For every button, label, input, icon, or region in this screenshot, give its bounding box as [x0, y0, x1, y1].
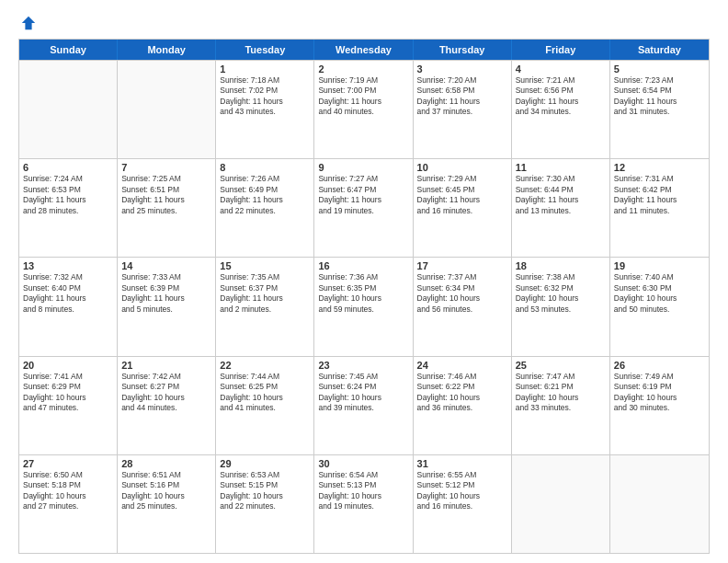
day-cell-16: 16Sunrise: 7:36 AM Sunset: 6:35 PM Dayli… — [314, 258, 413, 355]
day-info: Sunrise: 7:21 AM Sunset: 6:56 PM Dayligh… — [516, 75, 606, 118]
header — [18, 15, 710, 31]
day-cell-20: 20Sunrise: 7:41 AM Sunset: 6:29 PM Dayli… — [19, 357, 118, 454]
day-cell-23: 23Sunrise: 7:45 AM Sunset: 6:24 PM Dayli… — [314, 357, 413, 454]
day-info: Sunrise: 6:54 AM Sunset: 5:13 PM Dayligh… — [318, 470, 408, 512]
day-number: 8 — [220, 162, 310, 173]
day-number: 13 — [23, 260, 113, 271]
day-number: 21 — [121, 360, 211, 371]
day-info: Sunrise: 7:38 AM Sunset: 6:32 PM Dayligh… — [516, 272, 606, 315]
day-number: 24 — [417, 360, 507, 371]
day-info: Sunrise: 7:31 AM Sunset: 6:42 PM Dayligh… — [614, 174, 705, 216]
day-cell-22: 22Sunrise: 7:44 AM Sunset: 6:25 PM Dayli… — [216, 357, 314, 454]
day-info: Sunrise: 7:45 AM Sunset: 6:24 PM Dayligh… — [318, 372, 408, 414]
day-cell-5: 5Sunrise: 7:23 AM Sunset: 6:54 PM Daylig… — [610, 61, 709, 158]
calendar-week-2: 6Sunrise: 7:24 AM Sunset: 6:53 PM Daylig… — [19, 158, 709, 257]
day-number: 18 — [516, 260, 606, 271]
day-number: 25 — [516, 360, 606, 371]
header-day-sunday: Sunday — [19, 40, 118, 60]
day-info: Sunrise: 7:33 AM Sunset: 6:39 PM Dayligh… — [121, 272, 211, 315]
day-cell-29: 29Sunrise: 6:53 AM Sunset: 5:15 PM Dayli… — [216, 455, 314, 553]
day-cell-28: 28Sunrise: 6:51 AM Sunset: 5:16 PM Dayli… — [118, 455, 216, 553]
day-info: Sunrise: 7:36 AM Sunset: 6:35 PM Dayligh… — [318, 272, 408, 315]
calendar-week-4: 20Sunrise: 7:41 AM Sunset: 6:29 PM Dayli… — [19, 356, 709, 454]
calendar-week-3: 13Sunrise: 7:32 AM Sunset: 6:40 PM Dayli… — [19, 257, 709, 355]
day-info: Sunrise: 7:32 AM Sunset: 6:40 PM Dayligh… — [23, 272, 113, 315]
day-number: 6 — [23, 162, 113, 173]
day-cell-9: 9Sunrise: 7:27 AM Sunset: 6:47 PM Daylig… — [314, 159, 413, 257]
day-info: Sunrise: 7:19 AM Sunset: 7:00 PM Dayligh… — [318, 75, 408, 118]
day-cell-19: 19Sunrise: 7:40 AM Sunset: 6:30 PM Dayli… — [610, 258, 709, 355]
day-number: 28 — [121, 458, 211, 469]
day-cell-7: 7Sunrise: 7:25 AM Sunset: 6:51 PM Daylig… — [118, 159, 216, 257]
header-day-tuesday: Tuesday — [216, 40, 314, 60]
day-cell-26: 26Sunrise: 7:49 AM Sunset: 6:19 PM Dayli… — [610, 357, 709, 454]
header-day-wednesday: Wednesday — [314, 40, 413, 60]
logo — [18, 15, 37, 31]
day-info: Sunrise: 7:47 AM Sunset: 6:21 PM Dayligh… — [516, 372, 606, 414]
calendar: SundayMondayTuesdayWednesdayThursdayFrid… — [18, 39, 710, 554]
calendar-week-1: 1Sunrise: 7:18 AM Sunset: 7:02 PM Daylig… — [19, 60, 709, 158]
day-info: Sunrise: 7:41 AM Sunset: 6:29 PM Dayligh… — [23, 372, 113, 414]
calendar-body: 1Sunrise: 7:18 AM Sunset: 7:02 PM Daylig… — [19, 60, 709, 553]
calendar-header: SundayMondayTuesdayWednesdayThursdayFrid… — [19, 40, 709, 60]
day-number: 17 — [417, 260, 507, 271]
day-number: 11 — [516, 162, 606, 173]
day-number: 9 — [318, 162, 408, 173]
day-number: 3 — [417, 63, 507, 75]
day-number: 31 — [417, 458, 507, 469]
empty-cell — [512, 455, 610, 553]
day-cell-14: 14Sunrise: 7:33 AM Sunset: 6:39 PM Dayli… — [118, 258, 216, 355]
day-cell-18: 18Sunrise: 7:38 AM Sunset: 6:32 PM Dayli… — [512, 258, 610, 355]
day-number: 29 — [220, 458, 310, 469]
day-info: Sunrise: 7:42 AM Sunset: 6:27 PM Dayligh… — [121, 372, 211, 414]
empty-cell — [19, 61, 118, 158]
day-cell-13: 13Sunrise: 7:32 AM Sunset: 6:40 PM Dayli… — [19, 258, 118, 355]
day-cell-27: 27Sunrise: 6:50 AM Sunset: 5:18 PM Dayli… — [19, 455, 118, 553]
day-cell-12: 12Sunrise: 7:31 AM Sunset: 6:42 PM Dayli… — [610, 159, 709, 257]
day-number: 10 — [417, 162, 507, 173]
day-cell-21: 21Sunrise: 7:42 AM Sunset: 6:27 PM Dayli… — [118, 357, 216, 454]
day-cell-31: 31Sunrise: 6:55 AM Sunset: 5:12 PM Dayli… — [414, 455, 512, 553]
day-number: 27 — [23, 458, 113, 469]
empty-cell — [610, 455, 709, 553]
day-number: 12 — [614, 162, 705, 173]
day-cell-11: 11Sunrise: 7:30 AM Sunset: 6:44 PM Dayli… — [512, 159, 610, 257]
day-info: Sunrise: 6:55 AM Sunset: 5:12 PM Dayligh… — [417, 470, 507, 512]
header-day-friday: Friday — [512, 40, 610, 60]
day-number: 20 — [23, 360, 113, 371]
day-number: 30 — [318, 458, 408, 469]
header-day-monday: Monday — [118, 40, 216, 60]
day-number: 22 — [220, 360, 310, 371]
day-cell-15: 15Sunrise: 7:35 AM Sunset: 6:37 PM Dayli… — [216, 258, 314, 355]
day-info: Sunrise: 7:44 AM Sunset: 6:25 PM Dayligh… — [220, 372, 310, 414]
empty-cell — [118, 61, 216, 158]
day-number: 16 — [318, 260, 408, 271]
day-cell-4: 4Sunrise: 7:21 AM Sunset: 6:56 PM Daylig… — [512, 61, 610, 158]
day-info: Sunrise: 7:30 AM Sunset: 6:44 PM Dayligh… — [516, 174, 606, 216]
day-info: Sunrise: 7:40 AM Sunset: 6:30 PM Dayligh… — [614, 272, 705, 315]
day-number: 7 — [121, 162, 211, 173]
day-cell-8: 8Sunrise: 7:26 AM Sunset: 6:49 PM Daylig… — [216, 159, 314, 257]
day-number: 19 — [614, 260, 705, 271]
day-info: Sunrise: 7:20 AM Sunset: 6:58 PM Dayligh… — [417, 75, 507, 118]
day-info: Sunrise: 7:35 AM Sunset: 6:37 PM Dayligh… — [220, 272, 310, 315]
calendar-week-5: 27Sunrise: 6:50 AM Sunset: 5:18 PM Dayli… — [19, 454, 709, 553]
header-day-thursday: Thursday — [414, 40, 512, 60]
day-info: Sunrise: 7:18 AM Sunset: 7:02 PM Dayligh… — [220, 75, 310, 118]
day-info: Sunrise: 6:53 AM Sunset: 5:15 PM Dayligh… — [220, 470, 310, 512]
day-cell-3: 3Sunrise: 7:20 AM Sunset: 6:58 PM Daylig… — [414, 61, 512, 158]
day-cell-25: 25Sunrise: 7:47 AM Sunset: 6:21 PM Dayli… — [512, 357, 610, 454]
day-info: Sunrise: 6:51 AM Sunset: 5:16 PM Dayligh… — [121, 470, 211, 512]
day-info: Sunrise: 6:50 AM Sunset: 5:18 PM Dayligh… — [23, 470, 113, 512]
day-info: Sunrise: 7:29 AM Sunset: 6:45 PM Dayligh… — [417, 174, 507, 216]
day-info: Sunrise: 7:24 AM Sunset: 6:53 PM Dayligh… — [23, 174, 113, 216]
day-cell-1: 1Sunrise: 7:18 AM Sunset: 7:02 PM Daylig… — [216, 61, 314, 158]
day-number: 4 — [516, 63, 606, 75]
day-info: Sunrise: 7:23 AM Sunset: 6:54 PM Dayligh… — [614, 75, 705, 118]
day-info: Sunrise: 7:37 AM Sunset: 6:34 PM Dayligh… — [417, 272, 507, 315]
day-number: 23 — [318, 360, 408, 371]
day-info: Sunrise: 7:46 AM Sunset: 6:22 PM Dayligh… — [417, 372, 507, 414]
day-info: Sunrise: 7:26 AM Sunset: 6:49 PM Dayligh… — [220, 174, 310, 216]
day-cell-24: 24Sunrise: 7:46 AM Sunset: 6:22 PM Dayli… — [414, 357, 512, 454]
day-number: 15 — [220, 260, 310, 271]
